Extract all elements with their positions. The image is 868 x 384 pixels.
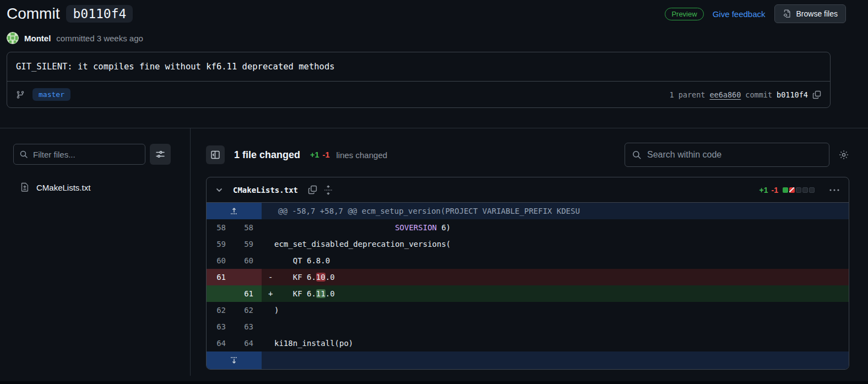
expand-up-button[interactable] [207, 203, 262, 219]
code-search-input[interactable] [647, 150, 822, 160]
copy-sha-button[interactable] [812, 90, 821, 99]
file-tree-sidebar: CMakeLists.txt [0, 128, 191, 376]
line-number-new[interactable]: 63 [234, 318, 262, 335]
copy-filename-button[interactable] [308, 185, 317, 194]
page-bottom-edge [0, 381, 868, 384]
commit-page-header: Commit b0110f4 Preview Give feedback Bro… [0, 0, 868, 108]
line-number-old[interactable]: 64 [207, 335, 234, 351]
diff-stat-squares [783, 187, 815, 193]
file-tree-item-label: CMakeLists.txt [36, 183, 90, 192]
diff-line-row: 6262 ) [207, 302, 849, 318]
file-diff-icon [20, 182, 30, 192]
file-code-icon [783, 9, 791, 18]
code-segment: 10 [316, 273, 326, 282]
commit-hash-pill: b0110f4 [66, 5, 133, 23]
commit-sha: b0110f4 [777, 90, 808, 99]
diff-line-row: 61+ KF 6.11.0 [207, 285, 849, 302]
expand-up-icon [230, 207, 238, 215]
collapse-sidebar-button[interactable] [206, 145, 225, 164]
line-number-old[interactable]: 61 [207, 269, 234, 285]
browse-files-button[interactable]: Browse files [774, 4, 846, 23]
sliders-icon [155, 149, 165, 159]
file-tree-item-cmakelists[interactable]: CMakeLists.txt [13, 179, 190, 196]
code-cell: ) [262, 302, 849, 318]
diff-marker [262, 306, 274, 315]
expand-down-row [207, 351, 849, 369]
line-number-new[interactable]: 64 [234, 335, 262, 351]
code-segment [274, 223, 395, 232]
diff-settings-button[interactable] [838, 149, 849, 160]
code-cell: + KF 6.11.0 [262, 285, 849, 302]
diff-square-neutral [809, 187, 815, 193]
search-icon [632, 150, 642, 160]
expand-down-icon [230, 356, 238, 365]
line-number-new[interactable]: 59 [234, 236, 262, 252]
git-branch-icon [16, 90, 25, 99]
code-segment: ) [274, 306, 279, 315]
line-number-new[interactable]: 61 [234, 285, 262, 302]
line-number-new[interactable]: 62 [234, 302, 262, 318]
code-cell: SOVERSION 6) [262, 219, 849, 236]
line-number-old[interactable]: 63 [207, 318, 234, 335]
hunk-header-text: @@ -58,7 +58,7 @@ ecm_setup_version(PROJ… [262, 203, 849, 219]
unfold-icon [324, 185, 333, 195]
diff-lines: 5858 SOVERSION 6)5959 ecm_set_disabled_d… [207, 219, 849, 351]
diff-line-row: 6363 [207, 318, 849, 335]
files-changed-summary: 1 file changed [234, 149, 300, 161]
diff-filename[interactable]: CMakeLists.txt [233, 186, 298, 194]
line-number-old[interactable]: 60 [207, 252, 234, 269]
diff-marker: + [262, 289, 274, 298]
diff-marker [262, 322, 274, 331]
expand-row-filler [262, 351, 849, 369]
expand-down-button[interactable] [207, 351, 262, 369]
code-search-field [625, 143, 829, 167]
chevron-down-icon [215, 186, 223, 194]
code-cell: QT 6.8.0 [262, 252, 849, 269]
line-number-new[interactable] [234, 269, 262, 285]
expand-all-button[interactable] [324, 185, 333, 195]
diff-line-row: 5858 SOVERSION 6) [207, 219, 849, 236]
code-segment: KF 6. [274, 273, 316, 282]
diff-square-added [783, 187, 788, 193]
lines-changed-label: lines changed [337, 150, 388, 160]
diff-line-row: 61- KF 6.10.0 [207, 269, 849, 285]
line-number-old[interactable]: 59 [207, 236, 234, 252]
diff-marker [262, 339, 274, 348]
file-options-button[interactable] [829, 188, 840, 192]
diff-marker [262, 240, 274, 248]
code-segment: 6) [437, 223, 451, 232]
author-name[interactable]: Montel [24, 34, 51, 43]
line-number-new[interactable]: 58 [234, 219, 262, 236]
diff-file-header: CMakeLists.txt [207, 177, 849, 203]
search-icon [19, 150, 28, 159]
browse-files-label: Browse files [796, 9, 838, 18]
code-cell: ki18n_install(po) [262, 335, 849, 351]
code-segment: ecm_set_disabled_deprecation_versions( [274, 240, 451, 248]
collapse-file-button[interactable] [215, 186, 223, 194]
filter-options-button[interactable] [150, 144, 171, 165]
diff-marker [262, 223, 274, 232]
hunk-header-row: @@ -58,7 +58,7 @@ ecm_setup_version(PROJ… [207, 203, 849, 219]
commit-label: commit [745, 90, 772, 99]
code-segment: 11 [316, 289, 326, 298]
avatar[interactable] [7, 32, 19, 44]
code-segment: QT 6.8.0 [274, 256, 330, 265]
diff-square-neutral [796, 187, 801, 193]
filter-files-input[interactable] [33, 150, 139, 159]
diff-main-panel: 1 file changed +1 -1 lines changed [191, 128, 868, 376]
line-number-old[interactable]: 62 [207, 302, 234, 318]
deletions-count: -1 [323, 150, 330, 159]
diff-square-neutral [802, 187, 808, 193]
give-feedback-link[interactable]: Give feedback [713, 9, 766, 19]
line-number-old[interactable]: 58 [207, 219, 234, 236]
code-segment: .0 [326, 289, 335, 298]
code-segment: SOVERSION [395, 223, 437, 232]
kebab-icon [829, 188, 840, 192]
line-number-old[interactable] [207, 285, 234, 302]
line-number-new[interactable]: 60 [234, 252, 262, 269]
parent-sha-link[interactable]: ee6a860 [709, 90, 741, 99]
diff-square-deleted [789, 187, 795, 193]
committed-time: committed 3 weeks ago [56, 34, 143, 43]
gear-icon [838, 149, 849, 160]
branch-badge[interactable]: master [32, 88, 70, 101]
